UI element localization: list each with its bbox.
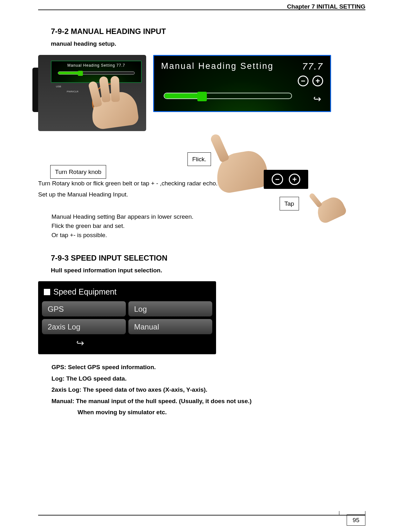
speed-equipment-panel: Speed Equipment GPS Log 2axis Log Manual… (38, 281, 216, 354)
back-icon[interactable]: ↩ (76, 336, 84, 351)
chip-plus-button[interactable]: + (289, 174, 300, 185)
page-number: 95 (347, 515, 365, 526)
heading-value: 77.7 (302, 59, 323, 74)
back-icon[interactable]: ↩ (313, 92, 321, 107)
rotary-knob-area[interactable] (86, 85, 140, 127)
section-7-9-3-title: 7-9-3 SPEED INPUT SELECTION (51, 252, 365, 264)
def-manual-cont: When moving by simulator etc. (51, 408, 365, 417)
tick (339, 511, 339, 515)
instruction-line: Turn Rotary knob or flick green belt or … (38, 179, 365, 188)
minus-button[interactable]: − (298, 76, 309, 86)
callout-rotary: Turn Rotary knob (50, 165, 106, 179)
definitions: GPS: Select GPS speed information. Log: … (51, 362, 365, 417)
panel-title: Speed Equipment (53, 286, 117, 298)
heading-slider[interactable] (164, 93, 292, 99)
chip-minus-button[interactable]: − (272, 174, 283, 185)
speed-option-log[interactable]: Log (128, 301, 212, 316)
def-manual: Manual: The manual input of the hull spe… (51, 396, 365, 406)
section-7-9-3-subtitle: Hull speed information input selection. (51, 266, 365, 275)
speed-option-2axis-log[interactable]: 2axis Log (42, 319, 126, 334)
manual-heading-screen: Manual Heading Setting 77.7 − + ↩ (153, 55, 331, 112)
section-7-9-2-title: 7-9-2 MANUAL HEADING INPUT (51, 25, 365, 37)
callout-tap: Tap (280, 197, 299, 210)
speed-option-gps[interactable]: GPS (42, 301, 126, 316)
header-rule (38, 10, 365, 10)
plus-minus-chip: − + (264, 170, 308, 189)
usb-label: USB (56, 85, 61, 89)
plus-button[interactable]: + (312, 76, 323, 86)
speed-option-manual[interactable]: Manual (128, 319, 212, 334)
screen-title: Manual Heading Setting (161, 60, 274, 73)
hand-icon (89, 90, 139, 130)
instruction-line: Flick the green bar and set. (51, 221, 365, 230)
footer-rule (38, 515, 365, 515)
figure-row: Manual Heading Setting 77.7 USB PWR/CLR (38, 55, 365, 131)
device-screen: Manual Heading Setting 77.7 (51, 61, 142, 83)
def-gps: GPS: Select GPS speed information. (51, 362, 365, 372)
def-2axis: 2axis Log: The speed data of two axes (X… (51, 385, 365, 394)
device-screen-title: Manual Heading Setting 77.7 (67, 63, 125, 69)
section-7-9-2-subtitle: manual heading setup. (51, 39, 365, 48)
device-photo: Manual Heading Setting 77.7 USB PWR/CLR (38, 55, 146, 131)
instruction-line: Or tap +- is possible. (51, 230, 365, 240)
callout-flick: Flick. (187, 152, 211, 166)
device-slider[interactable] (58, 71, 135, 75)
pwr-label: PWR/CLR (67, 90, 78, 94)
def-log: Log: The LOG speed data. (51, 374, 365, 383)
flag-icon (44, 289, 50, 295)
